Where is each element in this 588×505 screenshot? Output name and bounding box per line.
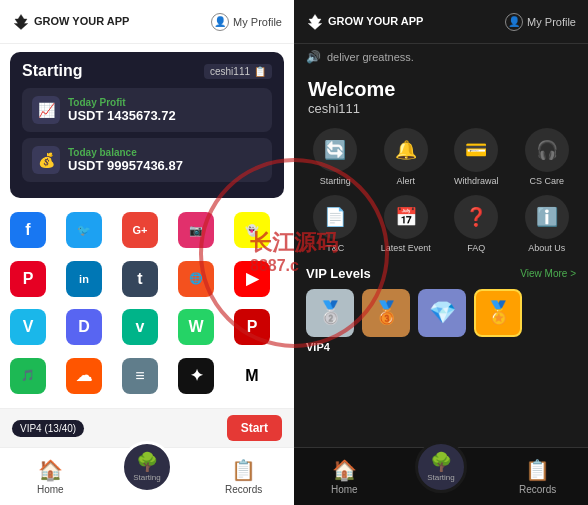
menu-icon: 🔔 xyxy=(384,128,428,172)
social-pinterest[interactable]: P xyxy=(10,261,46,297)
left-header: GROW YOUR APP 👤 My Profile xyxy=(0,0,294,44)
left-logo-icon xyxy=(12,13,30,31)
menu-label: Latest Event xyxy=(381,243,431,254)
right-profile-icon: 👤 xyxy=(505,13,523,31)
stats-card: Starting ceshi111 📋 📈 Today Profit USDT … xyxy=(10,52,284,198)
menu-item-alert[interactable]: 🔔 Alert xyxy=(375,128,438,187)
start-button[interactable]: Start xyxy=(227,415,282,441)
today-profit-value: USDT 1435673.72 xyxy=(68,108,176,123)
social-linkedin[interactable]: in xyxy=(66,261,102,297)
menu-label: Withdrawal xyxy=(454,176,499,187)
social-product[interactable]: P xyxy=(234,309,270,345)
left-home-label: Home xyxy=(37,484,64,495)
menu-item-about-us[interactable]: ℹ️ About Us xyxy=(516,195,579,254)
today-balance-label: Today balance xyxy=(68,147,183,158)
left-nav-records[interactable]: 📋 Records xyxy=(214,458,274,495)
left-nav-home[interactable]: 🏠 Home xyxy=(20,458,80,495)
social-grid: f🐦G+📷👻Pint🌐▶VDvWP🎵☁≡✦M xyxy=(0,204,294,408)
sound-icon: 🔊 xyxy=(306,50,321,64)
social-layers[interactable]: ≡ xyxy=(122,358,158,394)
social-discord[interactable]: D xyxy=(66,309,102,345)
menu-item-cs-care[interactable]: 🎧 CS Care xyxy=(516,128,579,187)
social-soundcloud[interactable]: ☁ xyxy=(66,358,102,394)
right-app-name: GROW YOUR APP xyxy=(328,15,423,27)
social-whatsapp[interactable]: W xyxy=(178,309,214,345)
stats-card-header: Starting ceshi111 📋 xyxy=(22,62,272,80)
tree-icon: 🌳 xyxy=(136,451,158,473)
left-profile-button[interactable]: 👤 My Profile xyxy=(211,13,282,31)
slogan-text: deliver greatness. xyxy=(327,51,414,63)
profile-icon: 👤 xyxy=(211,13,229,31)
left-panel: GROW YOUR APP 👤 My Profile Starting cesh… xyxy=(0,0,294,505)
social-instagram[interactable]: 📷 xyxy=(178,212,214,248)
left-app-name: GROW YOUR APP xyxy=(34,15,129,27)
social-facebook[interactable]: f xyxy=(10,212,46,248)
social-vine[interactable]: v xyxy=(122,309,158,345)
right-header: GROW YOUR APP 👤 My Profile xyxy=(294,0,588,44)
vip4-label: VIP4 xyxy=(306,341,576,353)
balance-icon: 💰 xyxy=(32,146,60,174)
welcome-section: Welcome ceshi111 xyxy=(294,70,588,120)
profit-icon: 📈 xyxy=(32,96,60,124)
view-more-button[interactable]: View More > xyxy=(520,268,576,279)
vip-section: VIP Levels View More > 🥈🥉💎🏅 VIP4 xyxy=(294,262,588,357)
left-profile-label: My Profile xyxy=(233,16,282,28)
menu-item-faq[interactable]: ❓ FAQ xyxy=(445,195,508,254)
right-nav-starting-center[interactable]: 🌳 Starting xyxy=(415,441,467,493)
social-vimeo[interactable]: V xyxy=(10,309,46,345)
home-icon: 🏠 xyxy=(38,458,63,482)
social-twitter[interactable]: 🐦 xyxy=(66,212,102,248)
right-home-icon: 🏠 xyxy=(332,458,357,482)
today-profit-box: 📈 Today Profit USDT 1435673.72 xyxy=(22,88,272,132)
vip-badge-bronze[interactable]: 🥉 xyxy=(362,289,410,337)
today-balance-box: 💰 Today balance USDT 99957436.87 xyxy=(22,138,272,182)
social-tumblr[interactable]: t xyxy=(122,261,158,297)
right-home-label: Home xyxy=(331,484,358,495)
right-profile-button[interactable]: 👤 My Profile xyxy=(505,13,576,31)
menu-icon: ❓ xyxy=(454,195,498,239)
menu-label: T&C xyxy=(326,243,344,254)
vip-badge-diamond[interactable]: 💎 xyxy=(418,289,466,337)
menu-label: CS Care xyxy=(529,176,564,187)
menu-icon: 🔄 xyxy=(313,128,357,172)
right-nav-home[interactable]: 🏠 Home xyxy=(314,458,374,495)
vip-levels-title: VIP Levels xyxy=(306,266,371,281)
left-logo: GROW YOUR APP xyxy=(12,13,129,31)
social-medium[interactable]: M xyxy=(234,358,270,394)
social-spotify[interactable]: 🎵 xyxy=(10,358,46,394)
right-tree-icon: 🌳 xyxy=(430,451,452,473)
menu-label: About Us xyxy=(528,243,565,254)
left-starting-label: Starting xyxy=(133,473,161,482)
menu-item-starting[interactable]: 🔄 Starting xyxy=(304,128,367,187)
social-google-plus[interactable]: G+ xyxy=(122,212,158,248)
vip-badge-silver[interactable]: 🥈 xyxy=(306,289,354,337)
right-records-icon: 📋 xyxy=(525,458,550,482)
menu-icon: 📅 xyxy=(384,195,428,239)
left-bottom-nav: 🏠 Home 🌳 Starting 📋 Records xyxy=(0,447,294,505)
records-icon: 📋 xyxy=(231,458,256,482)
user-badge: ceshi111 📋 xyxy=(204,64,272,79)
card-title: Starting xyxy=(22,62,82,80)
welcome-username: ceshi111 xyxy=(308,101,574,116)
today-balance-value: USDT 99957436.87 xyxy=(68,158,183,173)
vip-badge-gold-active[interactable]: 🏅 xyxy=(474,289,522,337)
social-snapchat[interactable]: 👻 xyxy=(234,212,270,248)
social-social5[interactable]: 🌐 xyxy=(178,261,214,297)
social-youtube[interactable]: ▶ xyxy=(234,261,270,297)
right-starting-label: Starting xyxy=(427,473,455,482)
menu-icon: 💳 xyxy=(454,128,498,172)
menu-icon: 🎧 xyxy=(525,128,569,172)
left-records-label: Records xyxy=(225,484,262,495)
right-nav-records[interactable]: 📋 Records xyxy=(508,458,568,495)
right-bottom-nav: 🏠 Home 🌳 Starting 📋 Records xyxy=(294,447,588,505)
slogan-bar: 🔊 deliver greatness. xyxy=(294,44,588,70)
menu-item-latest-event[interactable]: 📅 Latest Event xyxy=(375,195,438,254)
social-codepen[interactable]: ✦ xyxy=(178,358,214,394)
menu-item-t-c[interactable]: 📄 T&C xyxy=(304,195,367,254)
menu-grid: 🔄 Starting 🔔 Alert 💳 Withdrawal 🎧 CS Car… xyxy=(294,120,588,262)
today-profit-label: Today Profit xyxy=(68,97,176,108)
menu-label: Alert xyxy=(396,176,415,187)
right-records-label: Records xyxy=(519,484,556,495)
left-nav-starting-center[interactable]: 🌳 Starting xyxy=(121,441,173,493)
menu-item-withdrawal[interactable]: 💳 Withdrawal xyxy=(445,128,508,187)
